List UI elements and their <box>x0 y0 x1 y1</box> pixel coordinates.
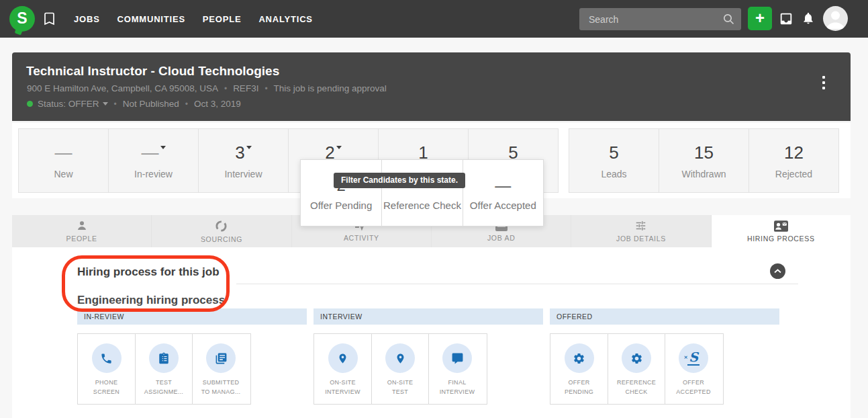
step-offer-accepted[interactable]: ×S OFFER ACCEPTED <box>665 334 722 404</box>
tab-label: PEOPLE <box>66 235 97 243</box>
job-title: Technical Instructor - Cloud Technologie… <box>26 64 279 79</box>
stage-count: 3 <box>235 142 244 163</box>
substate-offer-accepted[interactable]: — Offer Accepted <box>463 160 543 226</box>
stage-count: 12 <box>749 144 838 161</box>
offer-substates-dropdown: 2 Offer Pending Reference Check — Offer … <box>300 159 544 226</box>
step-offer-pending[interactable]: OFFER PENDING <box>550 334 608 404</box>
stage-label: Withdrawn <box>659 169 749 179</box>
hiring-process-panel: Hiring process for this job Engineering … <box>12 247 851 418</box>
step-on-site-interview[interactable]: ON-SITE INTERVIEW <box>314 334 371 404</box>
step-phone-screen[interactable]: PHONE SCREEN <box>78 334 135 404</box>
stage-label: In-review <box>109 169 198 179</box>
stage-interview: INTERVIEW ON-SITE INTERVIEW ON-SITE TEST… <box>314 308 543 405</box>
stage-count: — <box>142 142 159 163</box>
tab-label: ACTIVITY <box>344 234 379 242</box>
stage-cell-in-review[interactable]: — In-review <box>108 128 199 193</box>
smartrecruiters-logo[interactable]: S <box>9 6 35 32</box>
stage-cell-new[interactable]: — New <box>18 128 109 193</box>
job-ref-code: REF3I <box>233 83 258 93</box>
tab-job-details[interactable]: JOB DETAILS <box>571 215 711 247</box>
caret-down-icon[interactable] <box>336 146 342 149</box>
person-icon <box>76 220 88 232</box>
caret-down-icon[interactable] <box>160 146 166 149</box>
search-input[interactable] <box>579 14 723 25</box>
stage-cell-leads[interactable]: 5 Leads <box>569 128 659 193</box>
substate-label: Offer Accepted <box>463 200 543 211</box>
map-pin-icon <box>337 351 348 366</box>
documents-icon <box>215 352 228 365</box>
stage-count: 5 <box>569 144 659 161</box>
divider <box>236 284 798 284</box>
test-assignment-icon <box>158 351 170 365</box>
step-label: ON-SITE TEST <box>379 378 422 397</box>
step-label: ON-SITE INTERVIEW <box>322 378 365 397</box>
gear-icon <box>573 352 585 365</box>
step-reference-check[interactable]: REFERENCE CHECK <box>608 334 665 404</box>
main-menu: JOBS COMMUNITIES PEOPLE ANALYTICS <box>74 0 313 38</box>
step-label: OFFER ACCEPTED <box>672 378 715 397</box>
filter-tooltip: Filter Candidates by this state. <box>334 173 465 188</box>
stage-count: — <box>19 144 108 161</box>
step-label: OFFER PENDING <box>558 378 601 397</box>
sliders-icon <box>634 220 647 232</box>
kebab-menu-icon[interactable] <box>822 76 825 92</box>
job-status-row: Status: OFFER • Not Published • Oct 3, 2… <box>27 99 241 109</box>
meta-separator: • <box>185 99 188 109</box>
step-final-interview[interactable]: FINAL INTERVIEW <box>428 334 485 404</box>
notifications-bell-icon[interactable] <box>802 11 815 28</box>
nav-item-analytics[interactable]: ANALYTICS <box>258 14 312 24</box>
step-submitted-to-manager[interactable]: SUBMITTED TO MANAG... <box>192 334 249 404</box>
bookmark-icon[interactable] <box>44 12 55 28</box>
caret-down-icon[interactable] <box>103 102 108 106</box>
status-value[interactable]: OFFER <box>68 99 99 109</box>
hiring-process-heading: Hiring process for this job <box>77 265 220 279</box>
gear-icon <box>630 352 643 365</box>
stage-in-review: IN-REVIEW PHONE SCREEN TEST ASSIGNME... … <box>77 308 307 405</box>
step-test-assignment[interactable]: TEST ASSIGNME... <box>135 334 192 404</box>
stage-header: IN-REVIEW <box>77 308 307 325</box>
search-icon <box>723 13 734 25</box>
inbox-icon[interactable] <box>779 11 793 29</box>
stage-count: 15 <box>659 144 749 161</box>
stage-cell-interview[interactable]: 3 Interview <box>198 128 289 193</box>
stage-cell-rejected[interactable]: 12 Rejected <box>749 128 839 193</box>
step-on-site-test[interactable]: ON-SITE TEST <box>371 334 428 404</box>
step-label: PHONE SCREEN <box>85 378 128 397</box>
contact-card-icon <box>774 220 788 232</box>
stage-header: OFFERED <box>550 308 779 325</box>
step-label: SUBMITTED TO MANAG... <box>199 378 242 397</box>
stage-header: INTERVIEW <box>314 308 543 325</box>
top-nav: S JOBS COMMUNITIES PEOPLE ANALYTICS + <box>0 0 868 38</box>
tab-label: SOURCING <box>201 235 242 243</box>
step-label: TEST ASSIGNME... <box>142 378 185 397</box>
phone-icon <box>100 352 113 365</box>
job-location: 900 E Hamilton Ave, Campbell, CA 95008, … <box>27 83 218 93</box>
tab-label: JOB DETAILS <box>616 235 666 243</box>
user-avatar[interactable] <box>823 6 848 31</box>
collapse-button[interactable] <box>770 263 785 279</box>
substate-count: — <box>463 177 543 194</box>
stage-cell-withdrawn[interactable]: 15 Withdrawn <box>659 128 749 193</box>
stage-label: Leads <box>569 169 659 179</box>
job-header: Technical Instructor - Cloud Technologie… <box>12 52 851 121</box>
tab-hiring-process[interactable]: HIRING PROCESS <box>712 215 851 247</box>
substate-reference-check[interactable]: Reference Check <box>381 160 462 226</box>
stage-steps: PHONE SCREEN TEST ASSIGNME... SUBMITTED … <box>77 333 251 405</box>
sourcing-circle-icon <box>215 220 228 233</box>
hiring-process-name[interactable]: Engineering hiring process <box>77 294 225 307</box>
job-date: Oct 3, 2019 <box>194 99 241 109</box>
tab-sourcing[interactable]: SOURCING <box>152 215 291 247</box>
nav-item-people[interactable]: PEOPLE <box>203 14 242 24</box>
job-meta-row: 900 E Hamilton Ave, Campbell, CA 95008, … <box>27 83 387 93</box>
caret-down-icon[interactable] <box>246 146 252 149</box>
nav-item-jobs[interactable]: JOBS <box>74 14 100 24</box>
substate-offer-pending[interactable]: 2 Offer Pending <box>301 160 381 226</box>
published-state: Not Published <box>123 99 179 109</box>
stage-offered: OFFERED OFFER PENDING REFERENCE CHECK ×S… <box>550 308 779 405</box>
step-label: FINAL INTERVIEW <box>436 378 479 397</box>
add-new-button[interactable]: + <box>748 7 772 30</box>
tab-people[interactable]: PEOPLE <box>12 215 152 247</box>
chat-bubble-icon <box>451 352 464 365</box>
step-label: REFERENCE CHECK <box>615 378 658 397</box>
nav-item-communities[interactable]: COMMUNITIES <box>117 14 185 24</box>
